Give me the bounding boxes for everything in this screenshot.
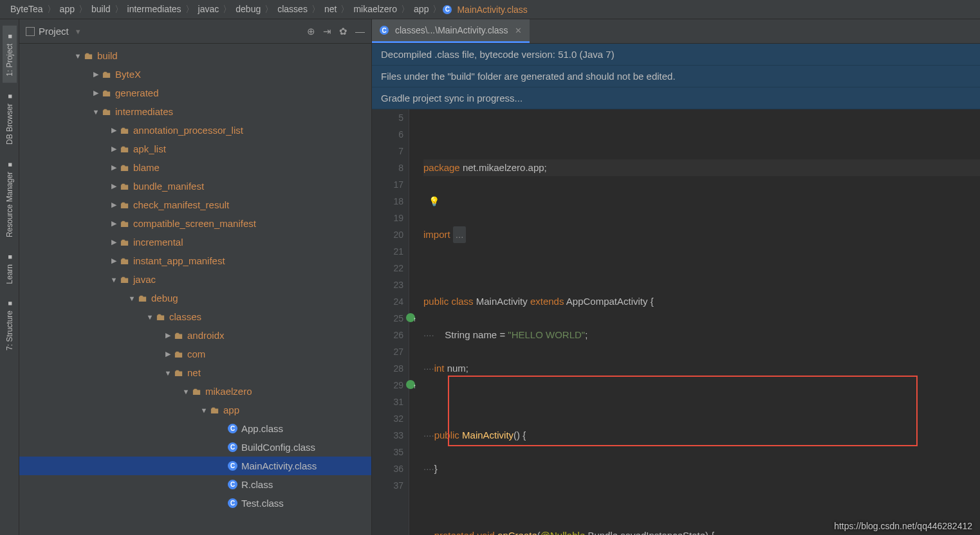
gutter-line[interactable]: 28 — [372, 360, 403, 377]
chevron-down-icon[interactable]: ▼ — [109, 276, 118, 284]
gutter-line[interactable]: 5 — [372, 109, 403, 126]
gutter-line[interactable]: 29↑ — [372, 377, 403, 394]
hide-icon[interactable]: — — [355, 26, 365, 37]
gutter-line[interactable]: 20 — [372, 226, 403, 243]
tree-row[interactable]: ▶🖿incremental — [19, 233, 371, 251]
chevron-down-icon[interactable]: ▼ — [91, 108, 100, 116]
tree-row[interactable]: ▶🖿annotation_processor_list — [19, 121, 371, 140]
locate-icon[interactable]: ⊕ — [307, 26, 315, 37]
chevron-right-icon[interactable]: ▶ — [109, 219, 118, 228]
tree-row[interactable]: ▼🖿javac — [19, 270, 371, 289]
close-icon[interactable]: ✕ — [515, 26, 522, 35]
gutter-line[interactable]: 17 — [372, 176, 403, 193]
tree-row[interactable]: CMainActivity.class — [19, 457, 371, 475]
tool-window-tab[interactable]: 1: Project■ — [3, 26, 17, 83]
gutter-line[interactable]: 36 — [372, 460, 403, 477]
gutter-line[interactable]: 19 — [372, 210, 403, 226]
tree-row[interactable]: ▶🖿apk_list — [19, 140, 371, 158]
chevron-right-icon[interactable]: ▶ — [109, 126, 118, 134]
collapse-icon[interactable]: ⇥ — [323, 26, 331, 37]
gutter-line[interactable]: 22 — [372, 260, 403, 277]
breadcrumb-item[interactable]: ByteTea — [8, 4, 46, 14]
gutter-line[interactable]: 8 — [372, 159, 403, 176]
settings-icon[interactable]: ✿ — [339, 26, 347, 37]
code-line — [423, 126, 980, 143]
chevron-right-icon[interactable]: ▶ — [109, 145, 118, 153]
tree-row[interactable]: ▶🖿check_manifest_result — [19, 195, 371, 214]
breadcrumb-item[interactable]: mikaelzero — [351, 4, 400, 14]
chevron-right-icon[interactable]: ▶ — [91, 70, 100, 78]
gutter-line[interactable]: 21 — [372, 243, 403, 260]
tree-row[interactable]: CBuildConfig.class — [19, 438, 371, 457]
breadcrumb-item[interactable]: javac — [196, 4, 222, 14]
tree-row[interactable]: ▼🖿app — [19, 401, 371, 419]
chevron-down-icon[interactable]: ▼ — [163, 369, 172, 377]
breadcrumb-item[interactable]: build — [89, 4, 113, 14]
tool-window-tab[interactable]: 7: Structure■ — [3, 293, 17, 357]
chevron-right-icon[interactable]: ▶ — [163, 331, 172, 340]
tool-window-tab[interactable]: Resource Manager■ — [3, 154, 17, 244]
class-icon: C — [228, 442, 237, 452]
tree-row[interactable]: ▶🖿bundle_manifest — [19, 177, 371, 195]
tree-row[interactable]: ▼🖿classes — [19, 307, 371, 326]
tree-row[interactable]: ▶🖿instant_app_manifest — [19, 251, 371, 270]
tree-row[interactable]: CTest.class — [19, 494, 371, 512]
gutter-line[interactable]: 7 — [372, 143, 403, 159]
breadcrumb-item[interactable]: classes — [275, 4, 310, 14]
gutter[interactable]: 5678171819202122232425↑26272829↑31323335… — [372, 109, 409, 535]
gutter-line[interactable]: 35 — [372, 444, 403, 460]
tool-window-tab[interactable]: Learn■ — [3, 246, 17, 291]
gutter-line[interactable]: 26 — [372, 327, 403, 343]
editor-tab-active[interactable]: C classes\...\MainActivity.class ✕ — [372, 19, 530, 43]
gutter-line[interactable]: 33 — [372, 427, 403, 444]
chevron-right-icon[interactable]: ▶ — [163, 350, 172, 358]
tree-row[interactable]: ▶🖿ByteX — [19, 65, 371, 84]
tree-row[interactable]: ▶🖿blame — [19, 158, 371, 177]
tree-row[interactable]: CApp.class — [19, 419, 371, 438]
tree-row[interactable]: ▶🖿generated — [19, 84, 371, 102]
tree-row[interactable]: ▼🖿build — [19, 46, 371, 65]
tree-row[interactable]: ▶🖿compatible_screen_manifest — [19, 214, 371, 233]
chevron-down-icon[interactable]: ▼ — [145, 313, 154, 321]
tree-row[interactable]: ▶🖿androidx — [19, 326, 371, 345]
gutter-line[interactable]: 32 — [372, 410, 403, 427]
chevron-down-icon[interactable]: ▼ — [73, 52, 82, 60]
chevron-right-icon[interactable]: ▶ — [109, 238, 118, 246]
tree-row[interactable]: ▼🖿mikaelzero — [19, 382, 371, 401]
tree-row[interactable]: ▶🖿com — [19, 345, 371, 363]
tree-row[interactable]: ▼🖿debug — [19, 289, 371, 307]
breadcrumb-item[interactable]: debug — [233, 4, 263, 14]
gutter-line[interactable]: 37 — [372, 477, 403, 494]
project-view-selector[interactable]: Project ▼ — [26, 26, 82, 37]
tree-row[interactable]: ▼🖿net — [19, 363, 371, 382]
fold-region[interactable]: ... — [453, 226, 467, 243]
gutter-line[interactable]: 24 — [372, 293, 403, 310]
gutter-line[interactable]: 6 — [372, 126, 403, 143]
chevron-right-icon[interactable]: ▶ — [109, 182, 118, 190]
tree-row[interactable]: CR.class — [19, 475, 371, 494]
tool-window-tab[interactable]: DB Browser■ — [3, 86, 17, 151]
editor-body[interactable]: 5678171819202122232425↑26272829↑31323335… — [372, 109, 980, 535]
gutter-line[interactable]: 23 — [372, 277, 403, 293]
gutter-line[interactable]: 25↑ — [372, 310, 403, 327]
chevron-down-icon[interactable]: ▼ — [181, 388, 190, 395]
code-area[interactable]: package net.mikaelzero.app; 💡 import ...… — [409, 109, 980, 535]
breadcrumb-active[interactable]: MainActivity.class — [454, 5, 530, 15]
chevron-right-icon[interactable]: ▶ — [109, 163, 118, 172]
intention-bulb-icon[interactable]: 💡 — [429, 196, 439, 206]
chevron-down-icon[interactable]: ▼ — [199, 406, 208, 414]
chevron-right-icon[interactable]: ▶ — [109, 257, 118, 265]
breadcrumb-item[interactable]: app — [411, 4, 431, 14]
breadcrumb-item[interactable]: intermediates — [125, 4, 184, 14]
gutter-line[interactable]: 27 — [372, 343, 403, 360]
chevron-right-icon[interactable]: ▶ — [91, 89, 100, 97]
breadcrumb-item[interactable]: net — [322, 4, 339, 14]
chevron-right-icon[interactable]: ▶ — [109, 201, 118, 209]
tab-icon: ■ — [5, 32, 14, 41]
breadcrumb-item[interactable]: app — [57, 4, 77, 14]
chevron-down-icon[interactable]: ▼ — [127, 295, 136, 302]
tree-row[interactable]: ▼🖿intermediates — [19, 102, 371, 121]
project-tree[interactable]: ▼🖿build▶🖿ByteX▶🖿generated▼🖿intermediates… — [19, 44, 371, 535]
gutter-line[interactable]: 31 — [372, 394, 403, 410]
gutter-line[interactable]: 18 — [372, 193, 403, 210]
